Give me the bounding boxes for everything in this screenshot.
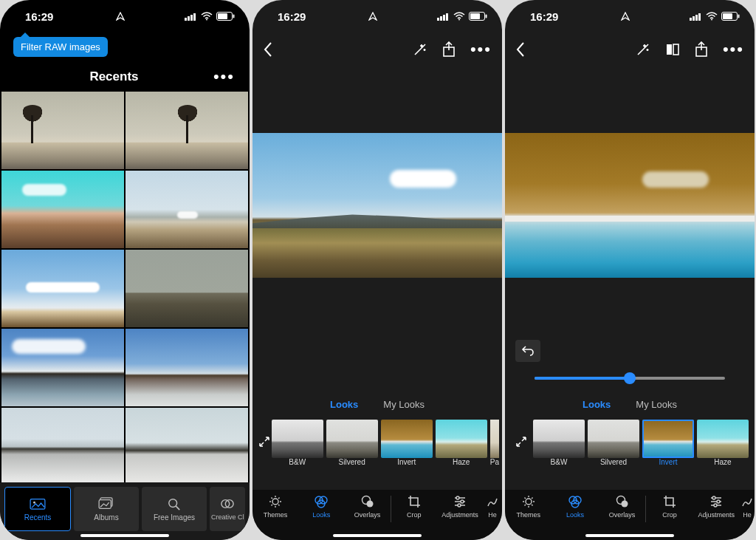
svg-point-19	[458, 19, 460, 21]
svg-rect-22	[486, 15, 487, 18]
tool-themes[interactable]: Themes	[252, 494, 298, 519]
tab-looks[interactable]: Looks	[330, 399, 358, 420]
tool-label: Overlays	[609, 511, 636, 519]
photo-thumb[interactable]	[1, 329, 124, 406]
status-nav-icon	[621, 12, 630, 21]
tab-creative-cloud[interactable]: Creative Cloud	[210, 487, 245, 531]
screen-gallery: 16:29 Filter RAW images Recents ••• Rece…	[0, 0, 250, 540]
tool-looks[interactable]: Looks	[298, 494, 344, 519]
look-pa[interactable]: Pa	[490, 420, 499, 466]
svg-rect-39	[723, 13, 732, 19]
svg-rect-0	[185, 18, 187, 21]
tool-label: Adjustments	[698, 511, 735, 519]
signal-icon	[690, 13, 702, 21]
tool-he[interactable]: He	[740, 494, 755, 519]
look-bw[interactable]: B&W	[272, 420, 323, 466]
tool-looks[interactable]: Looks	[551, 494, 598, 519]
tool-he[interactable]: He	[483, 494, 502, 519]
look-label: B&W	[289, 458, 306, 466]
tab-label: Creative Cloud	[211, 513, 244, 521]
svg-point-24	[272, 499, 278, 505]
look-label: Pa	[490, 458, 499, 466]
tab-label: Recents	[24, 513, 52, 522]
tool-label: Crop	[407, 511, 422, 519]
look-silvered[interactable]: Silvered	[588, 420, 639, 466]
svg-point-29	[366, 501, 373, 507]
photo-thumb[interactable]	[1, 408, 124, 485]
share-icon[interactable]	[442, 41, 456, 58]
photo-thumb[interactable]	[126, 329, 248, 406]
tool-crop[interactable]: Crop	[391, 494, 437, 519]
look-silvered[interactable]: Silvered	[326, 420, 378, 466]
home-indicator[interactable]	[333, 534, 422, 537]
tab-free-images[interactable]: Free Images	[142, 487, 207, 531]
home-indicator[interactable]	[80, 534, 169, 537]
look-bw[interactable]: B&W	[533, 420, 585, 466]
tool-label: Themes	[516, 511, 540, 519]
tab-my-looks[interactable]: My Looks	[636, 399, 677, 420]
home-indicator[interactable]	[585, 534, 674, 537]
tab-my-looks[interactable]: My Looks	[383, 399, 425, 420]
auto-enhance-icon[interactable]	[636, 42, 650, 57]
tab-recents[interactable]: Recents	[4, 487, 71, 531]
compare-icon[interactable]	[665, 42, 680, 57]
photo-thumb[interactable]	[1, 171, 124, 248]
photo-thumb[interactable]	[1, 92, 124, 169]
screen-editor-invert: 16:29 ••• Looks My Looks B&W Silvered In…	[505, 0, 755, 540]
tab-label: Albums	[94, 513, 118, 522]
status-time: 16:29	[278, 10, 306, 23]
look-label: Silvered	[600, 458, 627, 466]
svg-point-44	[526, 499, 532, 505]
svg-point-52	[714, 504, 717, 507]
photo-thumb[interactable]	[126, 250, 248, 327]
tab-looks[interactable]: Looks	[583, 399, 611, 420]
tool-overlays[interactable]: Overlays	[344, 494, 390, 519]
share-icon[interactable]	[695, 41, 708, 58]
expand-icon[interactable]	[509, 420, 533, 464]
looks-strip[interactable]: B&W Silvered Invert Haze	[505, 420, 755, 477]
tool-adjustments[interactable]: Adjustments	[693, 494, 740, 519]
intensity-slider[interactable]	[535, 377, 725, 380]
tab-albums[interactable]: Albums	[74, 487, 139, 531]
svg-point-50	[712, 496, 715, 499]
photo-thumb[interactable]	[126, 171, 248, 248]
tool-overlays[interactable]: Overlays	[599, 494, 645, 519]
page-title: Recents	[15, 69, 213, 84]
look-haze[interactable]: Haze	[436, 420, 487, 466]
filter-raw-tooltip[interactable]: Filter RAW images	[13, 37, 108, 57]
svg-rect-34	[693, 16, 695, 21]
svg-rect-6	[218, 13, 227, 19]
image-preview[interactable]	[252, 133, 502, 278]
tool-crop[interactable]: Crop	[646, 494, 693, 519]
screen-editor-looks: 16:29 ••• Looks My Looks B&W Silvered In…	[252, 0, 502, 540]
look-label: Invert	[659, 458, 677, 466]
svg-rect-1	[188, 16, 190, 21]
look-invert[interactable]: Invert	[642, 420, 694, 466]
photo-thumb[interactable]	[126, 408, 248, 485]
status-time: 16:29	[25, 10, 53, 23]
undo-button[interactable]	[515, 340, 540, 362]
tool-adjustments[interactable]: Adjustments	[437, 494, 483, 519]
photo-thumb[interactable]	[126, 92, 248, 169]
look-haze[interactable]: Haze	[697, 420, 749, 466]
svg-rect-41	[667, 44, 672, 55]
looks-tabs: Looks My Looks	[252, 399, 502, 420]
svg-point-49	[621, 501, 628, 507]
status-nav-icon	[368, 12, 377, 21]
status-time: 16:29	[530, 10, 558, 23]
svg-point-31	[461, 500, 464, 503]
image-preview[interactable]	[505, 133, 755, 278]
back-icon[interactable]	[515, 41, 526, 58]
tool-label: Overlays	[354, 511, 381, 519]
slider-knob[interactable]	[624, 372, 636, 384]
back-icon[interactable]	[263, 41, 273, 58]
look-invert[interactable]: Invert	[381, 420, 433, 466]
photo-thumb[interactable]	[1, 250, 124, 327]
auto-enhance-icon[interactable]	[413, 42, 427, 57]
svg-point-51	[717, 500, 720, 503]
tool-themes[interactable]: Themes	[505, 494, 551, 519]
looks-strip[interactable]: B&W Silvered Invert Haze Pa	[252, 420, 502, 477]
expand-icon[interactable]	[257, 420, 272, 464]
status-nav-icon	[116, 12, 125, 21]
svg-rect-35	[695, 15, 698, 21]
